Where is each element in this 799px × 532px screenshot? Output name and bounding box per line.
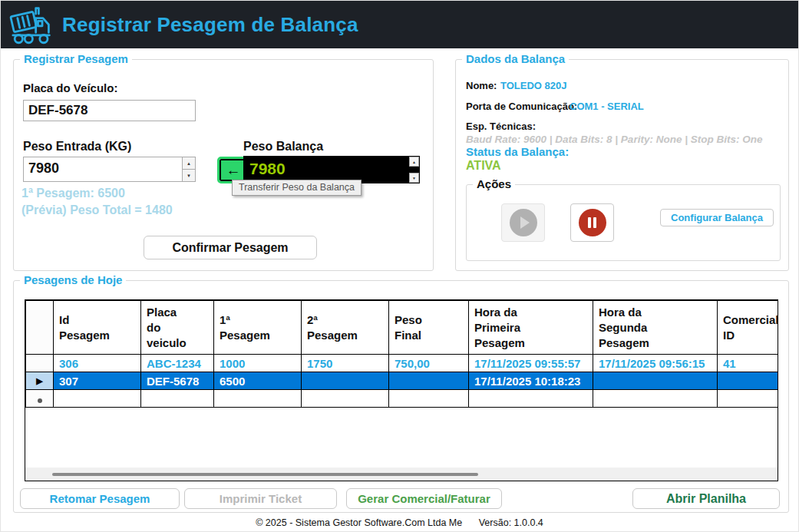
esp-tecnicas-value: Baud Rate: 9600 | Data Bits: 8 | Parity:…: [466, 134, 762, 145]
retomar-pesagem-button[interactable]: Retomar Pesagem: [20, 488, 180, 509]
cell-comercial-id[interactable]: 41: [718, 355, 779, 372]
pesagens-data-grid[interactable]: Id Pesagem Placa do veiculo 1ª Pesagem 2…: [25, 299, 778, 481]
version-text: Versão: 1.0.0.4: [479, 517, 543, 528]
gerar-comercial-faturar-button[interactable]: Gerar Comercial/Faturar: [346, 488, 502, 509]
cell-segunda-pesagem[interactable]: [302, 372, 389, 390]
col-header-placa[interactable]: Placa do veiculo: [141, 301, 214, 355]
peso-entrada-up-button[interactable]: ▲: [183, 157, 195, 169]
peso-entrada-value[interactable]: 7980: [24, 157, 182, 181]
pesagens-table: Id Pesagem Placa do veiculo 1ª Pesagem 2…: [25, 300, 778, 408]
current-row-arrow-icon: ▶: [36, 376, 42, 385]
cell-peso-final[interactable]: [389, 372, 469, 390]
cell-empty[interactable]: [593, 390, 718, 408]
arrow-up-icon: ▲: [412, 160, 416, 164]
configurar-balanca-button[interactable]: Configurar Balança: [660, 209, 774, 226]
porta-value: COM1 - SERIAL: [570, 101, 644, 112]
cell-placa[interactable]: ABC-1234: [141, 355, 214, 372]
cell-hora-primeira[interactable]: 17/11/2025 09:55:57: [469, 355, 593, 372]
table-row[interactable]: 306 ABC-1234 1000 1750 750,00 17/11/2025…: [26, 355, 779, 372]
col-header-primeira-pesagem[interactable]: 1ª Pesagem: [214, 301, 302, 355]
status-badge: ATIVA: [466, 159, 501, 173]
cell-comercial-id[interactable]: [718, 372, 779, 390]
pause-button[interactable]: [570, 203, 614, 242]
col-header-peso-final[interactable]: Peso Final: [389, 301, 469, 355]
horizontal-scrollbar[interactable]: [25, 468, 778, 481]
peso-entrada-label: Peso Entrada (KG): [23, 140, 131, 154]
play-button[interactable]: [501, 203, 545, 242]
primeira-pesagem-info: 1ª Pesagem: 6500: [21, 187, 125, 200]
cell-id-pesagem[interactable]: 307: [54, 372, 141, 390]
confirmar-pesagem-button[interactable]: Confirmar Pesagem: [144, 236, 317, 259]
cell-empty[interactable]: [141, 390, 214, 408]
cell-empty[interactable]: [469, 390, 593, 408]
cell-placa[interactable]: DEF-5678: [141, 372, 214, 390]
peso-balanca-label: Peso Balança: [243, 140, 323, 154]
transfer-tooltip: Transferir Peso da Balança: [232, 180, 362, 196]
cell-segunda-pesagem[interactable]: 1750: [302, 355, 389, 372]
peso-balanca-spin-buttons: ▲ ▼: [408, 156, 420, 183]
cell-empty[interactable]: [214, 390, 302, 408]
arrow-up-icon: ▲: [187, 161, 191, 166]
peso-entrada-spin-buttons: ▲ ▼: [182, 157, 195, 181]
pesagens-hoje-title: Pesagens de Hoje: [20, 273, 126, 286]
cell-empty[interactable]: [389, 390, 469, 408]
app-window: Registrar Pesagem de Balança Registrar P…: [0, 0, 799, 532]
placa-label: Placa do Veículo:: [23, 81, 117, 94]
nome-label: Nome:: [466, 80, 497, 91]
table-header-row: Id Pesagem Placa do veiculo 1ª Pesagem 2…: [26, 301, 779, 355]
cell-primeira-pesagem[interactable]: 1000: [214, 355, 302, 372]
dados-balanca-group: Dados da Balança Nome: TOLEDO 820J Porta…: [455, 59, 789, 271]
app-header: Registrar Pesagem de Balança: [1, 1, 798, 48]
peso-entrada-stepper[interactable]: 7980 ▲ ▼: [23, 157, 196, 182]
porta-label: Porta de Comunicação:: [466, 101, 577, 112]
previa-peso-total-info: (Prévia) Peso Total = 1480: [21, 203, 173, 217]
col-header-segunda-pesagem[interactable]: 2ª Pesagem: [302, 301, 389, 355]
table-row-new[interactable]: [26, 390, 779, 408]
play-icon: [510, 209, 537, 236]
registrar-pesagem-group: Registrar Pesagem Placa do Veículo: DEF-…: [13, 59, 434, 271]
arrow-down-icon: ▼: [412, 176, 416, 180]
cell-primeira-pesagem[interactable]: 6500: [214, 372, 302, 390]
dump-truck-icon: [8, 3, 56, 46]
nome-value: TOLEDO 820J: [500, 80, 566, 91]
new-row-icon: [38, 398, 42, 403]
cell-empty[interactable]: [54, 390, 141, 408]
pause-icon: [579, 209, 606, 236]
arrow-left-icon: ←: [226, 163, 241, 177]
arrow-down-icon: ▼: [187, 173, 191, 178]
cell-hora-primeira[interactable]: 17/11/2025 10:18:23: [469, 372, 593, 390]
footer: © 2025 - Sistema Gestor Software.Com Ltd…: [1, 517, 798, 528]
table-row-selected[interactable]: ▶ 307 DEF-5678 6500 17/11/2025 10:18:23: [26, 372, 779, 390]
pesagens-hoje-group: Pesagens de Hoje Id Pesagem Placa do vei…: [13, 280, 789, 513]
row-header-corner: [26, 301, 54, 355]
abrir-planilha-button[interactable]: Abrir Planilha: [632, 488, 780, 509]
copyright-text: © 2025 - Sistema Gestor Software.Com Ltd…: [256, 517, 462, 528]
acoes-group: Ações Configurar Balança: [466, 184, 781, 261]
col-header-id-pesagem[interactable]: Id Pesagem: [54, 301, 141, 355]
col-header-hora-segunda[interactable]: Hora da Segunda Pesagem: [593, 301, 718, 355]
peso-entrada-down-button[interactable]: ▼: [183, 169, 195, 181]
row-header-cell[interactable]: [26, 355, 54, 372]
col-header-hora-primeira[interactable]: Hora da Primeira Pesagem: [469, 301, 593, 355]
acoes-title: Ações: [473, 177, 515, 190]
esp-tecnicas-label: Esp. Técnicas:: [466, 121, 536, 132]
cell-empty[interactable]: [718, 390, 779, 408]
page-title: Registrar Pesagem de Balança: [62, 13, 358, 37]
col-header-comercial-id[interactable]: Comercial ID: [718, 301, 779, 355]
cell-peso-final[interactable]: 750,00: [389, 355, 469, 372]
cell-hora-segunda[interactable]: [593, 372, 718, 390]
peso-balanca-up-button[interactable]: ▲: [409, 157, 419, 167]
placa-input[interactable]: DEF-5678: [23, 100, 196, 121]
imprimir-ticket-button[interactable]: Imprimir Ticket: [184, 488, 337, 509]
peso-balanca-down-button[interactable]: ▼: [409, 173, 419, 183]
dados-balanca-title: Dados da Balança: [462, 52, 569, 65]
row-header-cell[interactable]: ▶: [26, 372, 54, 390]
registrar-pesagem-title: Registrar Pesagem: [20, 52, 132, 65]
row-header-cell[interactable]: [26, 390, 54, 408]
cell-hora-segunda[interactable]: 17/11/2025 09:56:15: [593, 355, 718, 372]
cell-id-pesagem[interactable]: 306: [54, 355, 141, 372]
status-balanca-label: Status da Balança:: [466, 145, 569, 158]
cell-empty[interactable]: [302, 390, 389, 408]
scrollbar-thumb[interactable]: [52, 473, 478, 476]
